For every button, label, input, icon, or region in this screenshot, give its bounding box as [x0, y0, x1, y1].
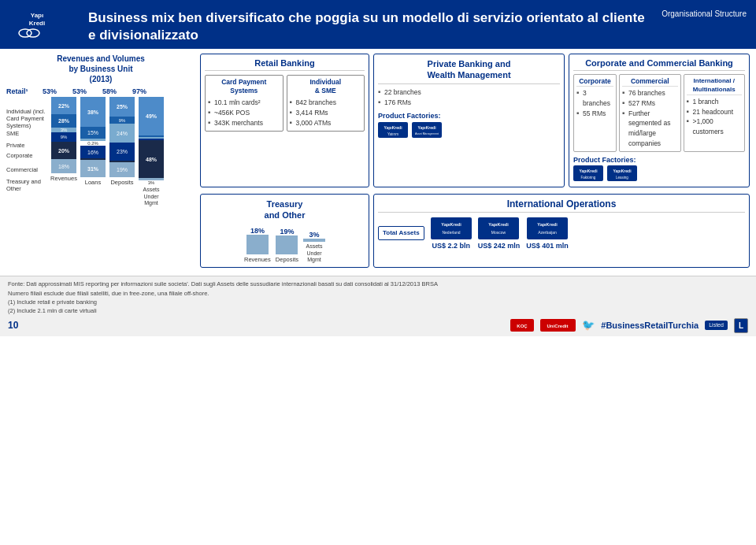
footer-note2: Numero filiali esclude due filiali satel… — [8, 289, 748, 298]
assets-individual-bar: 49% — [139, 97, 164, 135]
footer-note3: (1) Include retail e private banking — [8, 298, 748, 306]
individual-label: Individual (incl. Card Payment Systems) — [6, 109, 50, 127]
individual-sme-title: Individual & SME — [290, 78, 362, 95]
individual-bullet-3: 3,000 ATMs — [290, 118, 362, 128]
svg-text:YapıKredi: YapıKredi — [579, 169, 598, 173]
footer-right: KOÇ UniCredit 🐦 #BusinessRetailTurchia L… — [510, 317, 748, 333]
svg-text:UniCredit: UniCredit — [547, 324, 569, 328]
card-payment-box: Card Payment Systems 10.1 mln cards² ~45… — [205, 75, 284, 131]
commercial-sub-title: Commercial — [622, 77, 678, 87]
footer: Fonte: Dati approssimati MIS reporting p… — [0, 276, 756, 336]
deposits-individual-bar: 25% — [109, 97, 135, 117]
koc-logo: KOÇ — [510, 319, 534, 332]
corp-pf-label: Product Factories: — [573, 156, 745, 164]
azerbaijan-value: US$ 401 mln — [526, 242, 569, 250]
loans-corporate-bar: 16% — [80, 146, 106, 158]
revenues-treasury-bar: 18% — [51, 159, 76, 173]
revenues-individual-bar: 22% — [51, 97, 76, 114]
twitter-icon: 🐦 — [582, 317, 595, 333]
international-sub-title: International / Multinationals — [687, 77, 743, 95]
card-bullet-2: ~456K POS — [208, 108, 280, 118]
private-label: Private — [6, 140, 50, 150]
revenues-sme-bar: 28% — [51, 114, 76, 128]
svg-rect-23 — [527, 217, 568, 239]
retail-label: Retail¹ — [6, 87, 34, 95]
page: Yapı Kredi Business mix ben diversificat… — [0, 0, 756, 545]
page-title: Business mix ben diversificato che poggi… — [88, 6, 654, 44]
retail-pct-deposits: 58% — [97, 87, 122, 95]
assets-commercial-bar: 48% — [139, 140, 164, 178]
intl-bullet-2: 21 headcount — [687, 107, 743, 117]
right-column: Retail Banking Card Payment Systems 10.1… — [200, 54, 750, 268]
footer-note1: Fonte: Dati approssimati MIS reporting p… — [8, 280, 748, 288]
page-number: 10 — [8, 318, 18, 332]
individual-bullet-1: 842 branches — [290, 98, 362, 108]
loans-individual-bar: 38% — [80, 97, 106, 127]
individual-bullet-2: 3,414 RMs — [290, 108, 362, 118]
commercial-label: Commercial — [6, 161, 50, 178]
private-pf-logos: YapıKredi Yatırım YapıKredi Asset Manage… — [378, 122, 560, 138]
international-ops-section: International Operations Total Assets Ya… — [373, 194, 750, 269]
corp-bullet-1: 3 branches — [576, 88, 613, 109]
main-content: Revenues and Volumes by Business Unit (2… — [0, 49, 756, 272]
treasury-section: Treasury and Other 18% Revenues 19% De — [200, 194, 369, 269]
total-assets-label: Total Assets — [383, 229, 420, 237]
nederland-value: US$ 2.2 bln — [432, 242, 470, 250]
retail-banking-title: Retail Banking — [205, 58, 365, 71]
svg-text:Yatırım: Yatırım — [387, 132, 398, 136]
corp-comm-sub-boxes: Corporate 3 branches 55 RMs Commercial 7… — [573, 74, 745, 152]
hashtag-label: #BusinessRetailTurchia — [601, 319, 699, 332]
intl-bullet-3: >1,000 customers — [687, 117, 743, 137]
international-sub-box: International / Multinationals 1 branch … — [684, 74, 746, 152]
private-banking-section: Private Banking and Wealth Management 22… — [373, 54, 565, 187]
yapikredi-leasing-logo: YapıKredi Leasing — [607, 165, 637, 183]
l-badge: L — [734, 318, 748, 333]
individual-sme-box: Individual & SME 842 branches 3,414 RMs … — [287, 75, 365, 131]
card-payment-title: Card Payment Systems — [208, 78, 280, 95]
comm-bullet-3: Further segmented as mid/large companies — [622, 109, 678, 149]
private-bullet-2: 176 RMs — [378, 98, 560, 108]
svg-text:YapıKredi: YapıKredi — [417, 125, 436, 130]
treasury-revenues-bar — [246, 235, 269, 254]
comm-bullet-1: 76 branches — [622, 88, 678, 98]
card-bullet-1: 10.1 mln cards² — [208, 98, 280, 108]
corporate-label: Corporate — [6, 150, 50, 161]
yapıkredi-logo: Yapı Kredi — [9, 6, 65, 42]
treasury-rev-label: Revenues — [244, 256, 271, 263]
intl-ops-content: Total Assets YapıKredi Nederland US$ 2.2… — [378, 217, 745, 250]
deposits-corporate-bar: 23% — [109, 143, 135, 161]
total-assets-box: Total Assets — [378, 226, 424, 240]
private-banking-title: Private Banking and Wealth Management — [378, 58, 560, 84]
svg-rect-17 — [431, 217, 472, 239]
treasury-deposits-bar — [276, 235, 298, 254]
yapikredi-faktoring-logo: YapıKredi Faktoring — [573, 165, 603, 183]
svg-text:Azerbaijan: Azerbaijan — [538, 230, 557, 235]
revenues-title: Revenues and Volumes by Business Unit (2… — [6, 54, 195, 84]
nederland-item: YapıKredi Nederland US$ 2.2 bln — [431, 217, 472, 250]
corp-bullet-2: 55 RMs — [576, 109, 613, 119]
svg-text:Nederland: Nederland — [442, 230, 460, 235]
bottom-section: Treasury and Other 18% Revenues 19% De — [200, 194, 750, 269]
private-bullet-1: 22 branches — [378, 87, 560, 98]
deposits-sme-bar: 9% — [109, 117, 135, 124]
svg-text:YapıKredi: YapıKredi — [441, 222, 461, 227]
svg-text:Leasing: Leasing — [616, 176, 628, 180]
azerbaijan-item: YapıKredi Azerbaijan US$ 401 mln — [526, 217, 569, 250]
svg-text:Kredi: Kredi — [29, 20, 45, 27]
treasury-small-label: AssetsUnderMgmt — [306, 243, 322, 263]
private-pf-label: Product Factories: — [378, 112, 560, 120]
retail-pct-revenues: 53% — [37, 87, 62, 95]
assets-x-label: AssetsUnderMgmt — [143, 187, 159, 206]
treasury-deposits-pct: 19% — [280, 228, 294, 235]
intl-bullet-1: 1 branch — [687, 97, 743, 107]
loans-sme-bar: 15% — [80, 127, 106, 139]
retail-pct-loans: 53% — [67, 87, 92, 95]
corporate-sub-title: Corporate — [576, 77, 613, 87]
logo-area: Yapı Kredi — [9, 6, 80, 42]
svg-text:KOÇ: KOÇ — [517, 324, 528, 328]
corp-product-factories: Product Factories: YapıKredi Faktoring — [573, 156, 745, 183]
private-product-factories: Product Factories: YapıKredi Yatırım — [378, 112, 560, 138]
left-column: Revenues and Volumes by Business Unit (2… — [6, 54, 195, 268]
intl-ops-title: International Operations — [378, 198, 745, 213]
treasury-dep-label: Deposits — [276, 256, 298, 263]
